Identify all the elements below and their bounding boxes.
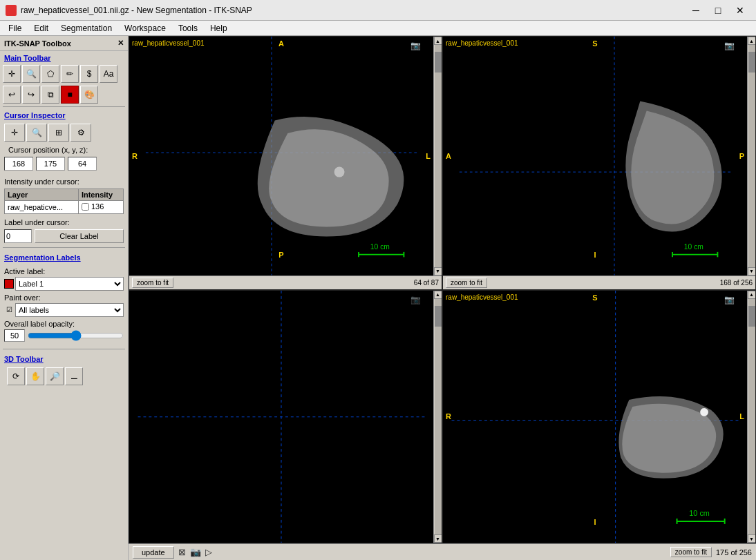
cursor-z-input[interactable]: 64 bbox=[68, 157, 97, 171]
layer-checkbox[interactable] bbox=[82, 203, 89, 211]
svg-point-22 bbox=[700, 407, 708, 416]
viewport-bottom-right[interactable]: raw_hepaticvessel_001 S I R L bbox=[443, 291, 747, 543]
opacity-row-container: Overall label opacity: 50 bbox=[4, 320, 124, 342]
scroll-thumb-br[interactable] bbox=[748, 306, 755, 327]
panel-top-right: raw_hepaticvessel_001 S I A P bbox=[442, 36, 756, 290]
scroll-thumb-tl[interactable] bbox=[435, 52, 442, 73]
menu-file[interactable]: File bbox=[3, 22, 27, 35]
status-tr: zoom to fit 168 of 256 bbox=[443, 276, 755, 289]
tool-redo[interactable]: ↪ bbox=[22, 86, 40, 104]
label-cursor-row: 0 Clear Label bbox=[4, 229, 124, 243]
bottom-icon-3[interactable]: ▷ bbox=[205, 547, 212, 557]
zoom-fit-tr[interactable]: zoom to fit bbox=[446, 278, 487, 288]
camera-btn-tl[interactable]: 📷 bbox=[409, 39, 422, 52]
minimize-button[interactable]: ─ bbox=[686, 1, 706, 20]
tool-polygon[interactable]: ⬠ bbox=[41, 65, 59, 83]
label-value-input[interactable]: 0 bbox=[4, 229, 32, 243]
tool-text[interactable]: Aa bbox=[100, 65, 117, 83]
toolbar-3d-row: ⟳ ✋ 🔎 ⚊ bbox=[4, 366, 124, 387]
scroll-down-tl[interactable]: ▼ bbox=[434, 267, 442, 276]
viewport-top-left[interactable]: raw_hepaticvessel_001 A P R L bbox=[129, 37, 433, 276]
main-toolbar-label: Main Toolbar bbox=[0, 51, 128, 64]
camera-btn-tr[interactable]: 📷 bbox=[723, 39, 736, 52]
all-panels: raw_hepaticvessel_001 A P R L bbox=[129, 36, 756, 543]
tool-3d-rotate[interactable]: ⟳ bbox=[7, 367, 25, 385]
scroll-up-bl[interactable]: ▲ bbox=[434, 291, 442, 299]
bottom-icon-camera[interactable]: 📷 bbox=[190, 547, 201, 557]
opacity-text: Overall label opacity: bbox=[4, 320, 124, 328]
tool-undo[interactable]: ↩ bbox=[3, 86, 21, 104]
position-label: Cursor position (x, y, z): bbox=[4, 144, 124, 155]
intensity-row: raw_hepaticve... 136 bbox=[5, 201, 124, 214]
scrollbar-tl: ▲ ▼ bbox=[433, 37, 442, 276]
scroll-up-br[interactable]: ▲ bbox=[748, 291, 756, 299]
bottom-icon-1[interactable]: ⊠ bbox=[178, 547, 186, 557]
panel-bottom-right-inner: raw_hepaticvessel_001 S I R L bbox=[443, 291, 755, 543]
intensity-table: Layer Intensity raw_hepaticve... 136 bbox=[4, 189, 124, 214]
svg-point-4 bbox=[334, 167, 345, 177]
panel-top-left: raw_hepaticvessel_001 A P R L bbox=[129, 36, 442, 290]
inspector-grid-btn[interactable]: ⊞ bbox=[48, 124, 69, 142]
cursor-x-input[interactable]: 168 bbox=[4, 157, 33, 171]
segmentation-labels-section: Segmentation Labels Active label: Label … bbox=[0, 249, 128, 347]
tool-crosshair[interactable]: ✛ bbox=[3, 65, 21, 83]
layer-intensity: 136 bbox=[78, 201, 123, 214]
seg-labels-title: Segmentation Labels bbox=[4, 252, 124, 264]
tool-label[interactable]: $ bbox=[80, 65, 98, 83]
scroll-track-tr bbox=[748, 45, 755, 267]
menu-help[interactable]: Help bbox=[205, 22, 233, 35]
close-button[interactable]: ✕ bbox=[730, 1, 750, 20]
status-tl: zoom to fit 64 of 87 bbox=[129, 276, 442, 289]
cursor-y-input[interactable]: 175 bbox=[36, 157, 65, 171]
active-label-dropdown-row: Label 1 bbox=[4, 277, 124, 291]
menu-segmentation[interactable]: Segmentation bbox=[55, 22, 117, 35]
toolbox-close-icon[interactable]: ✕ bbox=[117, 39, 124, 48]
viewport-bottom-left[interactable]: 📷 bbox=[129, 291, 433, 543]
tool-zoom[interactable]: 🔍 bbox=[22, 65, 40, 83]
inspector-settings-btn[interactable]: ⚙ bbox=[70, 124, 91, 142]
scroll-down-bl[interactable]: ▼ bbox=[434, 534, 442, 543]
scroll-down-br[interactable]: ▼ bbox=[748, 534, 756, 543]
scroll-thumb-tr[interactable] bbox=[748, 52, 755, 73]
svg-text:10 cm: 10 cm bbox=[370, 243, 390, 251]
scroll-down-tr[interactable]: ▼ bbox=[748, 267, 756, 276]
camera-btn-bl[interactable]: 📷 bbox=[409, 293, 422, 306]
tool-palette[interactable]: 🎨 bbox=[80, 86, 98, 104]
scroll-up-tl[interactable]: ▲ bbox=[434, 37, 442, 45]
inspector-cursor-btn[interactable]: ✛ bbox=[4, 124, 25, 142]
position-row: 168 175 64 bbox=[4, 157, 124, 171]
active-label-select[interactable]: Label 1 bbox=[15, 277, 124, 291]
label-cursor-text: Label under cursor: bbox=[4, 218, 124, 226]
tool-active-label[interactable]: ■ bbox=[61, 86, 79, 104]
ct-svg-tr: 10 cm bbox=[443, 37, 747, 276]
scroll-up-tr[interactable]: ▲ bbox=[748, 37, 756, 45]
camera-btn-br[interactable]: 📷 bbox=[723, 293, 736, 306]
inspector-zoom-btn[interactable]: 🔍 bbox=[26, 124, 47, 142]
menu-edit[interactable]: Edit bbox=[28, 22, 54, 35]
tool-3d-zoom[interactable]: 🔎 bbox=[46, 367, 64, 385]
tool-freehand[interactable]: ✏ bbox=[61, 65, 79, 83]
scroll-thumb-bl[interactable] bbox=[435, 306, 442, 327]
update-button[interactable]: update bbox=[133, 546, 174, 559]
tool-layers[interactable]: ⧉ bbox=[41, 86, 59, 104]
viewport-top-right[interactable]: raw_hepaticvessel_001 S I A P bbox=[443, 37, 747, 276]
panel-bottom-left-inner: 📷 ▲ ▼ bbox=[129, 291, 442, 543]
menu-workspace[interactable]: Workspace bbox=[119, 22, 171, 35]
scroll-track-br bbox=[748, 299, 755, 535]
toolbar-3d-label: 3D Toolbar bbox=[4, 354, 124, 366]
opacity-input[interactable]: 50 bbox=[4, 329, 25, 342]
toolbar-3d-section: 3D Toolbar ⟳ ✋ 🔎 ⚊ bbox=[0, 351, 128, 389]
menu-tools[interactable]: Tools bbox=[173, 22, 203, 35]
maximize-button[interactable]: □ bbox=[708, 1, 728, 20]
zoom-fit-tl[interactable]: zoom to fit bbox=[132, 278, 173, 288]
tool-3d-move[interactable]: ✋ bbox=[26, 367, 44, 385]
layer-name: raw_hepaticve... bbox=[5, 201, 79, 214]
clear-label-button[interactable]: Clear Label bbox=[35, 229, 124, 243]
zoom-fit-br[interactable]: zoom to fit bbox=[670, 547, 712, 557]
cursor-inspector-label: Cursor Inspector bbox=[0, 108, 128, 121]
panel-top-left-inner: raw_hepaticvessel_001 A P R L bbox=[129, 37, 442, 276]
opacity-slider[interactable] bbox=[28, 331, 124, 340]
ct-svg-tl: 10 cm bbox=[129, 37, 433, 276]
tool-3d-cut[interactable]: ⚊ bbox=[65, 367, 83, 385]
paint-over-select[interactable]: All labels bbox=[15, 303, 124, 317]
